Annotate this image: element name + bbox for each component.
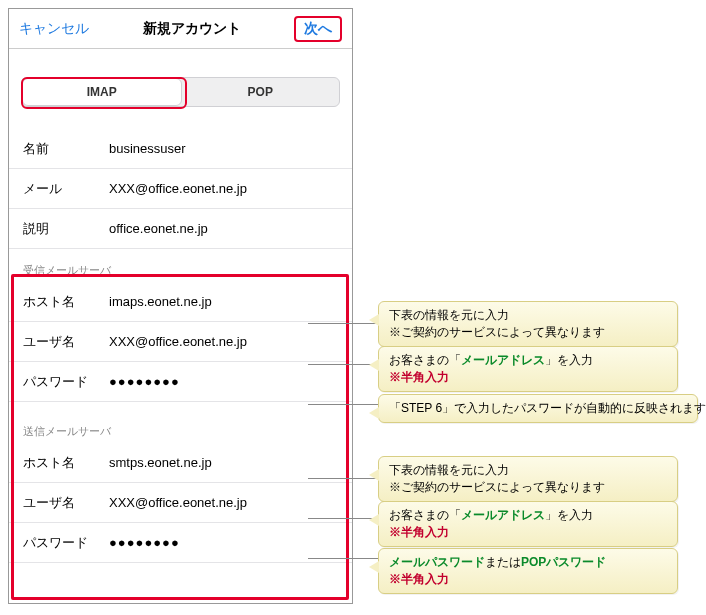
screen-title: 新規アカウント (143, 20, 241, 38)
navbar: キャンセル 新規アカウント 次へ (9, 9, 352, 49)
row-in-pass[interactable]: パスワード ●●●●●●●● (9, 362, 352, 402)
leader-line (308, 364, 378, 365)
callout-text: ※半角入力 (389, 524, 667, 541)
row-mail[interactable]: メール XXX@office.eonet.ne.jp (9, 169, 352, 209)
protocol-segment: IMAP POP (9, 49, 352, 117)
value-in-pass: ●●●●●●●● (109, 374, 180, 389)
row-name[interactable]: 名前 businessuser (9, 129, 352, 169)
callout-text: お客さまの「メールアドレス」を入力 (389, 507, 667, 524)
callout-out-user: お客さまの「メールアドレス」を入力 ※半角入力 (378, 501, 678, 547)
account-info-list: 名前 businessuser メール XXX@office.eonet.ne.… (9, 129, 352, 249)
row-in-user[interactable]: ユーザ名 XXX@office.eonet.ne.jp (9, 322, 352, 362)
row-out-user[interactable]: ユーザ名 XXX@office.eonet.ne.jp (9, 483, 352, 523)
label-in-host: ホスト名 (23, 293, 109, 311)
value-in-host: imaps.eonet.ne.jp (109, 294, 212, 309)
callout-text: ※半角入力 (389, 369, 667, 386)
value-out-user: XXX@office.eonet.ne.jp (109, 495, 247, 510)
callout-text: 下表の情報を元に入力 (389, 307, 667, 324)
incoming-header: 受信メールサーバ (9, 249, 352, 282)
callout-text: ※半角入力 (389, 571, 667, 588)
label-in-pass: パスワード (23, 373, 109, 391)
label-mail: メール (23, 180, 109, 198)
value-desc: office.eonet.ne.jp (109, 221, 208, 236)
value-name: businessuser (109, 141, 186, 156)
tab-pop[interactable]: POP (182, 78, 340, 106)
new-account-screen: キャンセル 新規アカウント 次へ IMAP POP 名前 businessuse… (8, 8, 353, 604)
label-desc: 説明 (23, 220, 109, 238)
callout-text: お客さまの「メールアドレス」を入力 (389, 352, 667, 369)
leader-line (308, 558, 378, 559)
row-in-host[interactable]: ホスト名 imaps.eonet.ne.jp (9, 282, 352, 322)
leader-line (308, 323, 378, 324)
callout-in-user: お客さまの「メールアドレス」を入力 ※半角入力 (378, 346, 678, 392)
label-out-user: ユーザ名 (23, 494, 109, 512)
callout-out-pass: メールパスワードまたはPOPパスワード ※半角入力 (378, 548, 678, 594)
cancel-button[interactable]: キャンセル (19, 20, 89, 38)
leader-line (308, 518, 378, 519)
callout-text: ※ご契約のサービスによって異なります (389, 479, 667, 496)
callout-out-host: 下表の情報を元に入力 ※ご契約のサービスによって異なります (378, 456, 678, 502)
row-out-host[interactable]: ホスト名 smtps.eonet.ne.jp (9, 443, 352, 483)
callout-text: ※ご契約のサービスによって異なります (389, 324, 667, 341)
label-in-user: ユーザ名 (23, 333, 109, 351)
row-out-pass[interactable]: パスワード ●●●●●●●● (9, 523, 352, 563)
leader-line (308, 404, 378, 405)
label-out-host: ホスト名 (23, 454, 109, 472)
outgoing-header: 送信メールサーバ (9, 402, 352, 443)
callout-text: 下表の情報を元に入力 (389, 462, 667, 479)
label-out-pass: パスワード (23, 534, 109, 552)
next-button[interactable]: 次へ (294, 16, 342, 42)
value-in-user: XXX@office.eonet.ne.jp (109, 334, 247, 349)
row-desc[interactable]: 説明 office.eonet.ne.jp (9, 209, 352, 249)
tab-imap[interactable]: IMAP (22, 78, 182, 106)
label-name: 名前 (23, 140, 109, 158)
callout-in-host: 下表の情報を元に入力 ※ご契約のサービスによって異なります (378, 301, 678, 347)
leader-line (308, 478, 378, 479)
value-out-host: smtps.eonet.ne.jp (109, 455, 212, 470)
callout-text: 「STEP 6」で入力したパスワードが自動的に反映されます (389, 400, 687, 417)
outgoing-list: ホスト名 smtps.eonet.ne.jp ユーザ名 XXX@office.e… (9, 443, 352, 563)
incoming-list: ホスト名 imaps.eonet.ne.jp ユーザ名 XXX@office.e… (9, 282, 352, 402)
value-mail: XXX@office.eonet.ne.jp (109, 181, 247, 196)
callout-in-pass: 「STEP 6」で入力したパスワードが自動的に反映されます (378, 394, 698, 423)
value-out-pass: ●●●●●●●● (109, 535, 180, 550)
callout-text: メールパスワードまたはPOPパスワード (389, 554, 667, 571)
